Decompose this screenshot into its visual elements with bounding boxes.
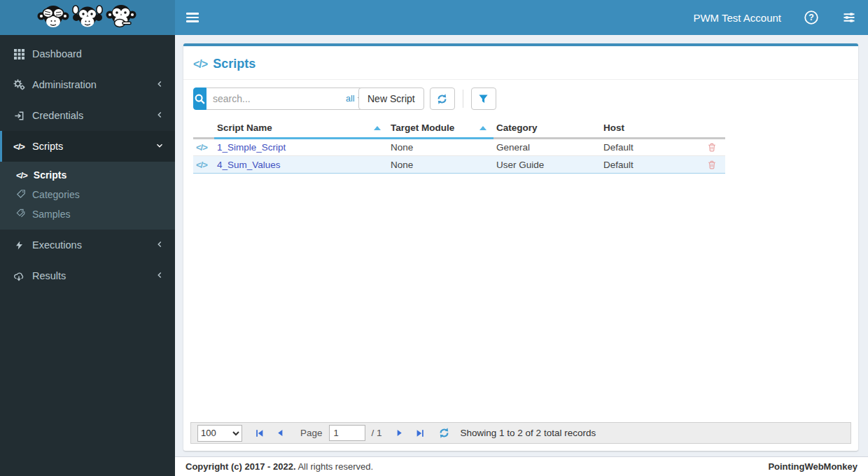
sign-in-icon [13,111,25,121]
chevron-down-icon [155,141,164,153]
first-page-button[interactable] [253,426,267,440]
sidebar-item-label: Administration [32,79,97,90]
refresh-icon [438,427,450,439]
prev-page-icon [276,428,285,438]
tags-icon [16,209,26,220]
sidebar-subitem-categories[interactable]: Categories [0,185,175,204]
monkey-see-no-evil-icon [37,4,69,31]
brand-logo[interactable] [0,0,175,35]
script-link[interactable]: 4_Sum_Values [217,160,281,170]
table-row: </> 4_Sum_Values None User Guide Default [193,156,725,174]
sidebar-item-executions[interactable]: Executions [0,230,175,260]
sidebar-item-label: Results [32,270,66,281]
svg-text:?: ? [808,13,814,22]
trash-icon [707,142,717,153]
last-page-button[interactable] [413,426,427,440]
row-code-icon: </> [193,156,214,174]
row-code-icon: </> [193,139,214,156]
bolt-icon [13,240,25,251]
search-group: all [193,88,353,110]
toolbar-divider [463,90,463,108]
chevron-left-icon [155,239,164,251]
search-input[interactable] [206,93,346,104]
topbar: PWM Test Account ? [0,0,868,35]
sidebar-item-administration[interactable]: Administration [0,69,175,100]
search-icon [194,93,206,105]
sidebar-subitem-label: Samples [32,209,70,220]
sidebar-item-scripts[interactable]: </> Scripts [0,131,175,162]
page-title: </> Scripts [183,46,858,80]
scripts-submenu: </> Scripts Categories [0,162,175,230]
table-header-row: Script Name Target Module Category [193,118,725,139]
next-page-button[interactable] [393,426,407,440]
column-header-script-name[interactable]: Script Name [214,118,388,139]
cell-category: General [493,139,601,156]
sidebar-subitem-label: Scripts [34,169,66,181]
settings-button[interactable] [841,10,857,25]
hamburger-menu-button[interactable] [186,13,199,22]
trash-icon [707,160,717,170]
question-circle-icon: ? [804,10,819,25]
sidebar-item-label: Dashboard [32,48,82,59]
page-label: Page [300,428,323,438]
sidebar-item-credentials[interactable]: Credentials [0,100,175,131]
scripts-card: </> Scripts all New S [183,43,858,451]
help-button[interactable]: ? [804,10,819,25]
table-empty-space [183,174,858,416]
filter-button[interactable] [471,88,496,110]
pagination-bar: 100 Page / 1 [190,422,851,444]
search-button[interactable] [193,88,206,110]
next-page-icon [395,428,404,438]
sidebar-item-dashboard[interactable]: Dashboard [0,38,175,69]
first-page-icon [255,428,265,438]
sort-ascending-icon [374,126,381,130]
chevron-left-icon [155,79,164,91]
total-pages: / 1 [372,428,382,438]
new-script-button[interactable]: New Script [358,88,424,110]
delete-button[interactable] [707,160,717,170]
sidebar-subitem-scripts[interactable]: </> Scripts [0,165,175,185]
column-header-host[interactable]: Host [601,118,699,139]
main-content: </> Scripts all New S [175,35,868,456]
footer-copyright: Copyright (c) 2017 - 2022. All rights re… [186,461,373,472]
footer: Copyright (c) 2017 - 2022. All rights re… [175,456,868,476]
search-field: all [206,88,370,110]
cell-target-module: None [388,156,493,174]
code-icon: </> [16,170,27,181]
toolbar: all New Script [183,80,858,116]
pagination-refresh-button[interactable] [438,426,451,440]
cell-target-module: None [388,139,493,156]
column-header-category[interactable]: Category [493,118,601,139]
delete-button[interactable] [707,142,717,153]
column-header-icon [193,118,214,139]
page-size-select[interactable]: 100 [197,425,242,442]
sort-ascending-icon [479,126,486,130]
chevron-left-icon [155,270,164,282]
cell-host: Default [601,156,699,174]
refresh-icon [436,93,448,105]
sidebar-item-results[interactable]: Results [0,260,175,291]
script-link[interactable]: 1_Simple_Script [217,142,286,153]
records-summary: Showing 1 to 2 of 2 total records [461,428,596,438]
monkey-hands-up-icon [71,4,104,31]
sliders-icon [842,10,856,24]
prev-page-button[interactable] [273,426,287,440]
sidebar-item-label: Scripts [32,141,63,152]
cogs-icon [13,79,25,90]
chevron-left-icon [155,110,164,122]
filter-icon [478,94,489,104]
sidebar-subitem-label: Categories [32,189,80,200]
cell-host: Default [601,139,699,156]
sidebar-item-label: Executions [32,239,82,251]
code-icon: </> [193,58,207,71]
tag-icon [16,189,26,201]
account-name[interactable]: PWM Test Account [693,12,781,24]
last-page-icon [415,428,425,438]
refresh-button[interactable] [430,88,455,110]
sidebar-subitem-samples[interactable]: Samples [0,204,175,224]
column-header-target-module[interactable]: Target Module [388,118,493,139]
cloud-download-icon [13,271,25,281]
page-input[interactable] [329,425,365,441]
navbar: PWM Test Account ? [175,0,868,35]
cell-category: User Guide [493,156,601,174]
